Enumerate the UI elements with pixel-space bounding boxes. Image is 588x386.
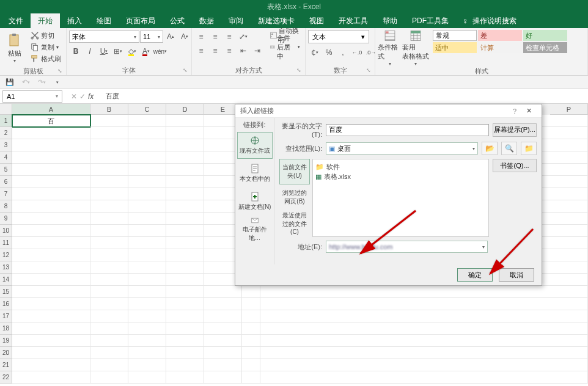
border-button[interactable]: ⊞▾	[111, 45, 125, 58]
cell[interactable]	[128, 115, 166, 127]
cellstyle-good[interactable]: 好	[523, 30, 567, 41]
dialog-launcher-icon[interactable]: ⤡	[183, 67, 188, 73]
cell[interactable]	[204, 335, 242, 347]
cell[interactable]	[166, 322, 204, 335]
increase-font-button[interactable]: A▴	[164, 30, 177, 43]
cell[interactable]	[90, 371, 128, 384]
cell[interactable]	[550, 286, 588, 298]
cell[interactable]	[242, 347, 260, 359]
cell[interactable]	[90, 322, 128, 335]
formula-input[interactable]: 百度	[100, 92, 588, 101]
cell[interactable]	[90, 127, 128, 139]
row-header[interactable]: 4	[0, 151, 12, 164]
cell[interactable]	[90, 115, 128, 127]
scope-current-folder[interactable]: 当前文件夹(U)	[279, 159, 310, 184]
align-middle-button[interactable]: ≡	[208, 30, 222, 43]
fill-color-button[interactable]: ◇▾	[125, 45, 139, 58]
tab-data[interactable]: 数据	[192, 13, 221, 28]
cell[interactable]	[128, 164, 166, 176]
merge-center-button[interactable]: 合并后居中 ▾	[268, 42, 303, 53]
format-painter-button[interactable]: 格式刷	[28, 53, 64, 64]
cell[interactable]	[550, 359, 588, 371]
cell[interactable]	[166, 213, 204, 225]
cellstyle-neutral[interactable]: 适中	[433, 42, 477, 53]
cell[interactable]	[166, 310, 204, 322]
col-header[interactable]: C	[128, 104, 166, 115]
cell[interactable]	[204, 359, 242, 371]
cell[interactable]	[550, 298, 588, 310]
cell[interactable]	[12, 237, 90, 249]
cell[interactable]	[166, 151, 204, 164]
cell[interactable]	[166, 200, 204, 213]
cell[interactable]	[90, 237, 128, 249]
number-format-combo[interactable]: 文本▾	[308, 30, 369, 43]
cell[interactable]	[204, 310, 242, 322]
row-header[interactable]: 21	[0, 359, 12, 371]
cell[interactable]	[128, 225, 166, 237]
cell[interactable]	[550, 200, 588, 213]
copy-button[interactable]: 复制 ▾	[28, 42, 64, 53]
row-header[interactable]: 10	[0, 225, 12, 237]
row-header[interactable]: 12	[0, 249, 12, 261]
bookmark-button[interactable]: 书签(Q)...	[493, 159, 537, 172]
row-header[interactable]: 18	[0, 322, 12, 335]
cell[interactable]	[204, 347, 242, 359]
cell[interactable]	[90, 213, 128, 225]
cell[interactable]	[128, 261, 166, 274]
cell[interactable]	[12, 274, 90, 286]
dialog-titlebar[interactable]: 插入超链接 ? ✕	[235, 104, 542, 118]
cell[interactable]	[242, 298, 260, 310]
row-header[interactable]: 13	[0, 261, 12, 274]
customize-qat-button[interactable]: ▾	[51, 77, 64, 88]
cell[interactable]	[90, 225, 128, 237]
close-icon[interactable]: ✕	[521, 107, 537, 115]
col-header[interactable]: B	[90, 104, 128, 115]
cell[interactable]	[12, 261, 90, 274]
format-table-button[interactable]: 套用 表格格式 ▾	[403, 30, 428, 67]
cell[interactable]	[12, 151, 90, 164]
cell[interactable]	[90, 298, 128, 310]
row-header[interactable]: 3	[0, 139, 12, 151]
cell[interactable]	[128, 335, 166, 347]
up-folder-button[interactable]: 📂	[482, 142, 498, 155]
cell[interactable]	[550, 127, 588, 139]
cell[interactable]	[166, 335, 204, 347]
cell[interactable]	[166, 139, 204, 151]
cell[interactable]	[204, 286, 242, 298]
cell[interactable]	[12, 164, 90, 176]
tab-layout[interactable]: 页面布局	[119, 13, 163, 28]
font-color-button[interactable]: A▾	[139, 45, 153, 58]
cell[interactable]	[166, 115, 204, 127]
cell[interactable]	[550, 274, 588, 286]
cell[interactable]	[166, 225, 204, 237]
row-header[interactable]: 1	[0, 115, 12, 127]
cell[interactable]	[166, 274, 204, 286]
cell[interactable]	[128, 286, 166, 298]
cell[interactable]	[166, 298, 204, 310]
cell[interactable]	[12, 359, 90, 371]
cell[interactable]	[12, 249, 90, 261]
tab-insert[interactable]: 插入	[60, 13, 89, 28]
tab-review[interactable]: 审阅	[221, 13, 251, 28]
cell[interactable]	[128, 127, 166, 139]
cell[interactable]	[128, 249, 166, 261]
cell[interactable]	[12, 286, 90, 298]
cell[interactable]	[166, 249, 204, 261]
cell[interactable]	[166, 188, 204, 200]
cell[interactable]	[550, 115, 588, 127]
cell[interactable]	[12, 310, 90, 322]
screen-tip-button[interactable]: 屏幕提示(P)...	[493, 123, 537, 137]
cell[interactable]	[204, 371, 242, 384]
name-box[interactable]: A1▾	[2, 90, 62, 103]
file-list[interactable]: 📁软件 ▦表格.xlsx	[312, 159, 489, 237]
cellstyle-bad[interactable]: 差	[478, 30, 522, 41]
underline-button[interactable]: U▾	[97, 45, 111, 58]
cell[interactable]	[242, 335, 260, 347]
cell[interactable]	[166, 127, 204, 139]
conditional-format-button[interactable]: 条件格式 ▾	[378, 30, 402, 67]
cell[interactable]	[128, 151, 166, 164]
font-size-combo[interactable]: 11▾	[140, 31, 163, 43]
cell[interactable]	[12, 322, 90, 335]
indent-increase-button[interactable]: ⇥	[251, 44, 264, 57]
cell[interactable]	[550, 213, 588, 225]
